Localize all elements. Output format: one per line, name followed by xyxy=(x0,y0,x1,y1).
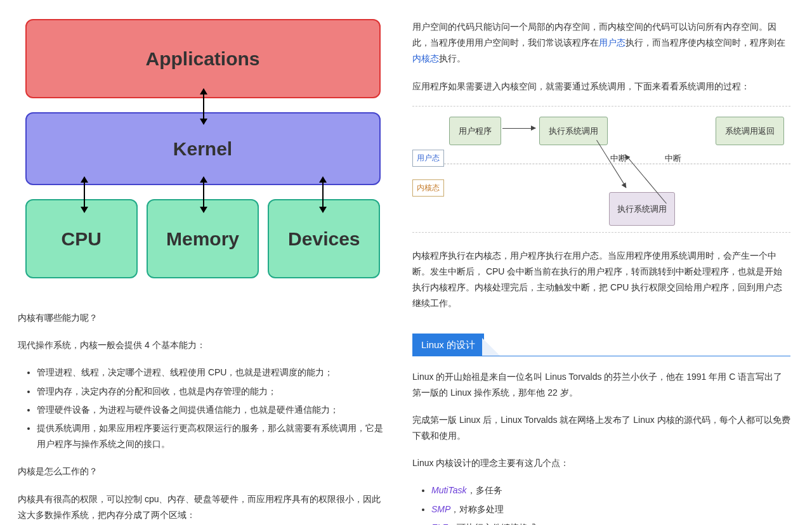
left-column: Applications Kernel CPU Memory Devices 内… xyxy=(0,0,406,525)
user-mode-label: 用户态 xyxy=(412,150,444,167)
list-item: MutiTask，多任务 xyxy=(431,483,790,498)
paragraph: Linux 内核设计的理念主要有这几个点： xyxy=(412,455,790,471)
concepts-list: MutiTask，多任务 SMP，对称多处理 ELF，可执行文件链接格式 Mon… xyxy=(412,483,790,525)
list-item: SMP，对称多处理 xyxy=(431,502,790,517)
list-item: 管理进程、线程，决定哪个进程、线程使用 CPU，也就是进程调度的能力； xyxy=(37,365,388,380)
list-item: ELF，可执行文件链接格式 xyxy=(431,520,790,525)
kernel-mode-link[interactable]: 内核态 xyxy=(412,53,439,63)
list-item: 管理硬件设备，为进程与硬件设备之间提供通信能力，也就是硬件通信能力； xyxy=(37,402,388,418)
divider xyxy=(412,164,790,164)
arrow-icon xyxy=(322,182,324,207)
paragraph: 内核有哪些能力呢？ xyxy=(18,310,388,326)
paragraph: 用户空间的代码只能访问一个局部的内存空间，而内核空间的代码可以访问所有内存空间。… xyxy=(412,19,790,67)
right-column: 用户空间的代码只能访问一个局部的内存空间，而内核空间的代码可以访问所有内存空间。… xyxy=(406,0,812,525)
node-exec-syscall-kernel: 执行系统调用 xyxy=(609,192,675,226)
paragraph: 内核具有很高的权限，可以控制 cpu、内存、硬盘等硬件，而应用程序具有的权限很小… xyxy=(18,491,388,523)
arrow-icon xyxy=(203,94,204,119)
arrow-icon xyxy=(84,182,85,207)
arrow-icon xyxy=(203,182,204,207)
paragraph: 现代操作系统，内核一般会提供 4 个基本能力： xyxy=(18,337,388,353)
paragraph: 内核是怎么工作的？ xyxy=(18,463,388,479)
abilities-list: 管理进程、线程，决定哪个进程、线程使用 CPU，也就是进程调度的能力； 管理内存… xyxy=(18,365,388,452)
wedge-icon xyxy=(482,338,500,356)
syscall-diagram: 用户程序 执行系统调用 系统调用返回 执行系统调用 中断 中断 用户态 内核态 xyxy=(412,106,790,233)
paragraph: 完成第一版 Linux 后，Linux Torvalds 就在网络上发布了 Li… xyxy=(412,412,790,444)
user-mode-link[interactable]: 用户态 xyxy=(599,37,625,48)
paragraph: 应用程序如果需要进入内核空间，就需要通过系统调用，下面来看看系统调用的过程： xyxy=(412,79,790,94)
arrow-icon xyxy=(502,128,535,129)
node-syscall-return: 系统调用返回 xyxy=(716,117,784,145)
diagram-apps-box: Applications xyxy=(25,19,381,98)
paragraph: Linux 的开山始祖是来自一位名叫 Linus Torvalds 的芬兰小伙子… xyxy=(412,369,790,401)
list-item: 管理内存，决定内存的分配和回收，也就是内存管理的能力； xyxy=(37,384,388,399)
node-user-program: 用户程序 xyxy=(449,117,501,145)
kernel-layers-diagram: Applications Kernel CPU Memory Devices xyxy=(25,19,381,278)
section-title: Linux 的设计 xyxy=(412,334,484,356)
kernel-mode-label: 内核态 xyxy=(412,179,444,197)
paragraph: 内核程序执行在内核态，用户程序执行在用户态。当应用程序使用系统调用时，会产生一个… xyxy=(412,248,790,312)
list-item: 提供系统调用，如果应用程序要运行更高权限运行的服务，那么就需要有系统调用，它是用… xyxy=(37,420,388,452)
section-header: Linux 的设计 xyxy=(412,337,790,356)
